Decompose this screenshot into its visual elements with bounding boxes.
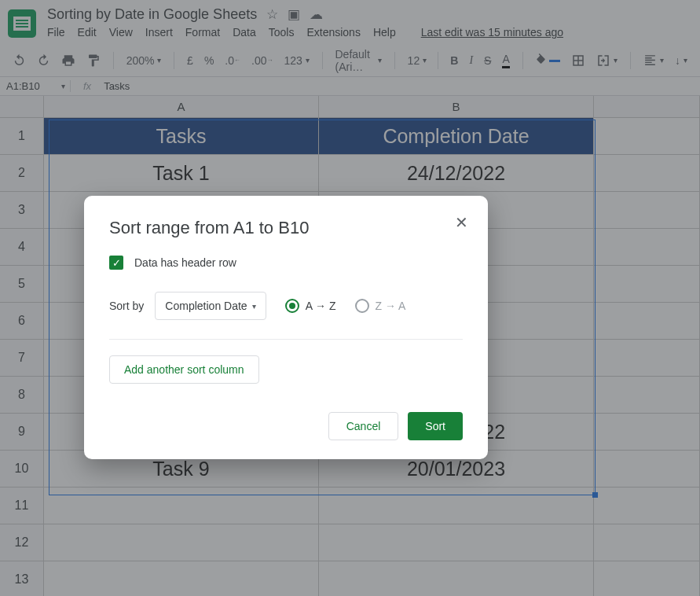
close-icon[interactable]: ✕ [450, 212, 472, 234]
cancel-button[interactable]: Cancel [328, 412, 399, 440]
header-row-checkbox[interactable]: ✓ [109, 256, 123, 270]
dialog-title: Sort range from A1 to B10 [109, 218, 463, 238]
sort-by-label: Sort by [109, 300, 144, 312]
sort-column-select[interactable]: Completion Date [155, 292, 266, 320]
header-row-label: Data has header row [134, 256, 236, 269]
sort-za-radio[interactable]: Z → A [355, 299, 406, 313]
sort-range-dialog: ✕ Sort range from A1 to B10 ✓ Data has h… [84, 196, 488, 459]
divider [109, 339, 463, 340]
sort-az-radio[interactable]: A → Z [285, 299, 336, 313]
add-sort-column-button[interactable]: Add another sort column [109, 355, 259, 384]
sort-button[interactable]: Sort [408, 412, 463, 440]
